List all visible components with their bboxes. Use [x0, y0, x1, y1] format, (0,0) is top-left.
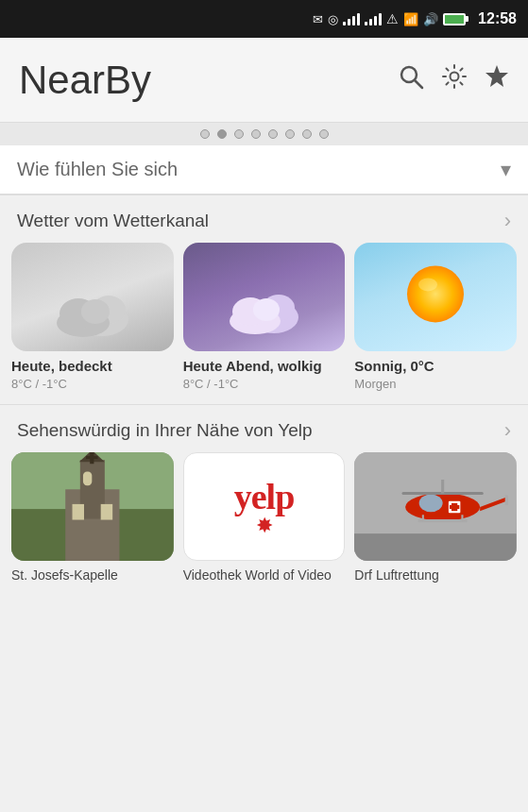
- dropdown-arrow-icon: ▾: [501, 158, 511, 182]
- yelp-section: Sehenswürdig in Ihrer Nähe von Yelp ›: [0, 405, 528, 597]
- dot-3[interactable]: [251, 129, 261, 139]
- status-icons: ✉ ◎ ⚠ 📶 🔊 12:58: [313, 10, 517, 27]
- svg-rect-22: [86, 456, 97, 459]
- svg-point-14: [407, 265, 464, 322]
- app-header: NearBy: [0, 38, 528, 123]
- weather-img-1: [11, 243, 174, 351]
- svg-point-2: [451, 73, 459, 81]
- wifi-icon: 📶: [403, 12, 418, 26]
- dot-6[interactable]: [302, 129, 312, 139]
- dot-4[interactable]: [268, 129, 278, 139]
- yelp-burst-icon: ✸: [256, 514, 273, 538]
- weather-img-2: [183, 243, 346, 351]
- dot-2[interactable]: [234, 129, 244, 139]
- weather-card-3-title: Sonnig, 0°C: [354, 358, 434, 375]
- yelp-card-2: yelp ✸ Videothek World of Video: [183, 452, 346, 584]
- svg-point-28: [405, 493, 480, 520]
- weather-section-header: Wetter vom Wetterkanal ›: [0, 195, 528, 243]
- weather-card-2-sub: 8°C / -1°C: [183, 377, 239, 391]
- dot-5[interactable]: [285, 129, 295, 139]
- dot-1[interactable]: [217, 129, 227, 139]
- signal-bars-2: [365, 12, 382, 25]
- dropdown-bar[interactable]: Wie fühlen Sie sich ▾: [0, 145, 528, 195]
- yelp-card-2-title: Videothek World of Video: [183, 567, 332, 584]
- weather-card-3: Sonnig, 0°C Morgen: [354, 243, 517, 391]
- yelp-section-header: Sehenswürdig in Ihrer Nähe von Yelp ›: [0, 405, 528, 452]
- status-bar: ✉ ◎ ⚠ 📶 🔊 12:58: [0, 0, 528, 38]
- yelp-img-helicopter: [354, 452, 517, 561]
- yelp-cards-row: St. Josefs-Kapelle yelp ✸ Videothek Worl…: [0, 452, 528, 597]
- settings-icon[interactable]: [441, 63, 468, 96]
- yelp-card-3: Drf Luftrettung: [354, 452, 517, 584]
- svg-rect-24: [73, 504, 84, 520]
- weather-card-1: Heute, bedeckt 8°C / -1°C: [11, 243, 174, 391]
- dots-bar: [0, 123, 528, 145]
- weather-cards-row: Heute, bedeckt 8°C / -1°C Heute Abend, w…: [0, 243, 528, 404]
- volume-icon: 🔊: [423, 12, 438, 26]
- weather-card-3-sub: Morgen: [354, 377, 396, 391]
- yelp-card-1-title: St. Josefs-Kapelle: [11, 567, 118, 584]
- svg-rect-27: [354, 533, 517, 561]
- svg-point-13: [253, 298, 280, 321]
- battery-icon: [443, 13, 466, 25]
- dot-7[interactable]: [319, 129, 329, 139]
- yelp-card-1: St. Josefs-Kapelle: [11, 452, 174, 584]
- app-title: NearBy: [19, 58, 398, 103]
- weather-card-2-title: Heute Abend, wolkig: [183, 358, 322, 375]
- weather-section: Wetter vom Wetterkanal › Heute, bedeckt …: [0, 195, 528, 404]
- signal-bars-1: [343, 12, 360, 25]
- svg-point-31: [419, 494, 443, 512]
- status-time: 12:58: [478, 10, 517, 27]
- yelp-img-logo: yelp ✸: [183, 452, 346, 561]
- weather-section-title: Wetter vom Wetterkanal: [17, 211, 504, 231]
- location-icon: ◎: [328, 12, 338, 26]
- yelp-section-title: Sehenswürdig in Ihrer Nähe von Yelp: [17, 420, 504, 441]
- bookmark-icon[interactable]: [485, 63, 509, 96]
- weather-img-3: [354, 243, 517, 351]
- weather-card-2: Heute Abend, wolkig 8°C / -1°C: [183, 243, 346, 391]
- svg-point-15: [418, 278, 437, 291]
- email-icon: ✉: [313, 12, 323, 26]
- svg-rect-23: [83, 472, 92, 486]
- yelp-logo-text: yelp: [234, 476, 295, 517]
- svg-point-8: [81, 299, 110, 324]
- svg-rect-25: [101, 504, 112, 520]
- dropdown-label: Wie fühlen Sie sich: [17, 159, 501, 180]
- svg-line-1: [415, 80, 422, 88]
- weather-card-1-title: Heute, bedeckt: [11, 358, 112, 375]
- search-icon[interactable]: [398, 63, 424, 96]
- weather-section-arrow[interactable]: ›: [504, 209, 511, 233]
- yelp-img-church: [11, 452, 174, 561]
- yelp-card-3-title: Drf Luftrettung: [354, 567, 439, 584]
- header-icons: [398, 63, 509, 96]
- dot-0[interactable]: [200, 129, 210, 139]
- alert-icon: ⚠: [386, 11, 399, 26]
- yelp-section-arrow[interactable]: ›: [504, 418, 511, 443]
- svg-rect-39: [450, 505, 459, 509]
- weather-card-1-sub: 8°C / -1°C: [11, 377, 67, 391]
- svg-marker-3: [485, 65, 508, 87]
